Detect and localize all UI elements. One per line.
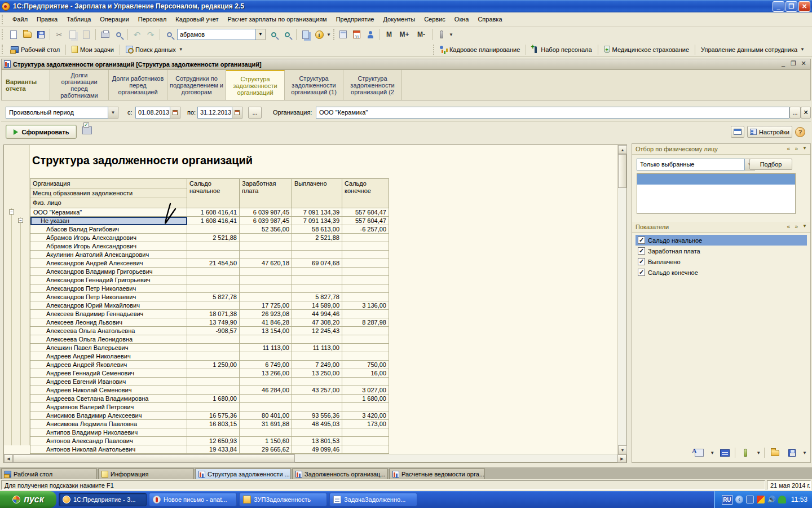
window-tab-0[interactable]: Рабочий стол — [1, 468, 97, 479]
row-name-cell[interactable]: Абрамов Игорь Александрович — [30, 234, 187, 242]
menu-item-11[interactable]: Справка — [473, 14, 506, 24]
row-name-cell[interactable]: Андреев Николай Семенович — [30, 386, 187, 395]
row-name-cell[interactable]: Александров Петр Николаевич — [30, 293, 187, 301]
date-to-field[interactable]: 31.12.2013 — [197, 107, 242, 119]
horizontal-scroll-thumb[interactable] — [13, 454, 295, 463]
font-format-button[interactable] — [693, 446, 705, 459]
table-row[interactable]: Андреев Николай Семенович46 284,0043 257… — [30, 386, 389, 395]
scroll-left-button[interactable]: ◀ — [4, 454, 13, 463]
report-close-button[interactable]: ✕ — [799, 60, 808, 68]
scroll-up-button[interactable]: ▲ — [618, 145, 627, 154]
desktop-panel-button[interactable]: Рабочий стол — [7, 43, 64, 56]
panel-collapse-left-icon[interactable]: « — [787, 146, 790, 152]
menu-item-4[interactable]: Персонал — [134, 14, 171, 24]
print-with-check-icon[interactable] — [82, 126, 92, 134]
search-input[interactable]: абрамов — [177, 29, 256, 40]
date-to-calendar-button[interactable] — [232, 107, 242, 119]
open-button[interactable] — [21, 28, 33, 41]
scroll-down-button[interactable]: ▼ — [618, 445, 627, 454]
table-row[interactable]: Абрамов Игорь Александрович2 521,882 521… — [30, 234, 389, 242]
row-name-cell[interactable]: Александров Юрий Михайлович — [30, 301, 187, 310]
table-row[interactable]: Александров Геннадий Григорьевич — [30, 276, 389, 284]
person-filter-value[interactable]: Только выбранные — [637, 159, 745, 170]
table-view-button[interactable] — [731, 126, 744, 138]
report-tab-0[interactable]: Долги организации перед работниками — [50, 70, 109, 100]
restore-button[interactable]: ❐ — [785, 1, 797, 12]
taskbar-task-1[interactable]: Новое письмо - anat... — [149, 493, 237, 506]
minimize-button[interactable]: _ — [773, 1, 784, 12]
row-name-cell[interactable]: Абасов Валид Рагибович — [30, 225, 187, 234]
table-row[interactable]: Александров Владимир Григорьевич — [30, 268, 389, 276]
row-name-cell[interactable]: Алексеева Ольга Анатольевна — [30, 327, 187, 335]
row-name-cell[interactable]: Антонов Николай Анатольевич — [30, 445, 187, 454]
cut-button[interactable]: ✂ — [53, 28, 65, 41]
row-name-cell[interactable]: Акулинин Анатолий Александрович — [30, 251, 187, 259]
table-row[interactable]: Андреева Светлана Владимировна1 680,001 … — [30, 395, 389, 403]
my-tasks-button[interactable]: Мои задачи — [68, 43, 118, 56]
table-row[interactable]: Не указан1 608 416,416 039 987,457 091 1… — [30, 217, 389, 225]
undo-button[interactable]: ↶ — [131, 28, 143, 41]
indicator-item-1[interactable]: ✓Заработная плата — [632, 246, 810, 256]
row-name-cell[interactable]: Александров Андрей Алексеевич — [30, 259, 187, 268]
row-name-cell[interactable]: Андреев Андрей Николаевич — [30, 352, 187, 361]
info-button[interactable]: i — [313, 28, 325, 41]
info-dropdown-arrow[interactable]: ▼ — [326, 32, 331, 37]
panel-settings-dropdown-arrow[interactable]: ▼ — [756, 450, 761, 456]
row-name-cell[interactable]: Абрамов Игорь Александрович — [30, 242, 187, 251]
help-button[interactable]: ? — [795, 127, 805, 137]
table-row[interactable]: Андриянов Валерий Петрович — [30, 403, 389, 411]
checkbox-icon[interactable]: ✓ — [638, 258, 645, 265]
menu-item-3[interactable]: Операции — [95, 14, 133, 24]
row-name-cell[interactable]: Александров Владимир Григорьевич — [30, 268, 187, 276]
report-tab-1[interactable]: Долги работников перед организацией — [109, 70, 167, 100]
row-name-cell[interactable]: Алексеева Ольга Леонидовна — [30, 335, 187, 344]
report-tab-3[interactable]: Структура задолженности организаций — [226, 70, 285, 100]
medical-insurance-button[interactable]: + Медицинское страхование — [600, 43, 693, 56]
clock[interactable]: 11:53 — [791, 496, 807, 503]
row-name-cell[interactable]: Алексеев Леонид Львович — [30, 318, 187, 327]
row-name-cell[interactable]: Андреев Андрей Яковлевич — [30, 361, 187, 369]
settings-button[interactable]: Настройки — [747, 126, 792, 138]
row-name-cell[interactable]: Андреев Геннадий Семенович — [30, 369, 187, 378]
report-tab-2[interactable]: Сотрудники по подразделением и договорам — [167, 70, 226, 100]
row-name-cell[interactable]: Не указан — [30, 217, 187, 225]
table-row[interactable]: Антипов Владимир Николаевич — [30, 428, 389, 437]
indicator-item-0[interactable]: ✓Сальдо начальное — [636, 235, 807, 246]
save-button[interactable] — [34, 28, 47, 41]
window-tab-1[interactable]: Информация — [98, 468, 194, 479]
menu-item-7[interactable]: Предприятие — [332, 14, 379, 24]
panel-collapse-down-icon[interactable]: ▼ — [802, 146, 807, 151]
panel-collapse-down-icon[interactable]: ▼ — [802, 224, 807, 229]
search-dropdown-button[interactable]: ▼ — [256, 29, 266, 40]
table-row[interactable]: Андреев Андрей Яковлевич1 250,006 749,00… — [30, 361, 389, 369]
menu-item-0[interactable]: Файл — [8, 14, 32, 24]
collapse-group-button[interactable]: − — [9, 209, 14, 214]
print-button[interactable] — [99, 28, 111, 41]
row-name-cell[interactable]: Анисимова Людмила Павловна — [30, 420, 187, 428]
checkbox-icon[interactable]: ✓ — [638, 247, 645, 255]
report-minimize-button[interactable]: _ — [779, 60, 788, 68]
row-name-cell[interactable]: Антипов Владимир Николаевич — [30, 428, 187, 437]
panel-collapse-left-icon[interactable]: « — [787, 224, 790, 230]
checkbox-icon[interactable]: ✓ — [638, 269, 645, 276]
copy-button[interactable] — [67, 28, 79, 41]
row-name-cell[interactable]: Александров Геннадий Григорьевич — [30, 276, 187, 284]
person-filter-combobox[interactable]: Только выбранные ▼ — [637, 159, 755, 170]
table-row[interactable]: Алексеев Владимир Геннадьевич18 071,3826… — [30, 310, 389, 318]
calculator-button[interactable] — [337, 28, 350, 41]
period-type-combobox[interactable]: Произвольный период ▼ — [6, 107, 118, 119]
table-row[interactable]: Александров Андрей Алексеевич21 454,5047… — [30, 259, 389, 268]
new-document-button[interactable] — [7, 28, 20, 41]
report-restore-button[interactable]: ❐ — [789, 60, 798, 68]
date-from-calendar-button[interactable] — [170, 107, 180, 119]
font-format-dropdown-arrow[interactable]: ▼ — [710, 450, 714, 456]
open-settings-button[interactable] — [769, 446, 781, 459]
menu-item-10[interactable]: Окна — [450, 14, 474, 24]
row-name-cell[interactable]: Андреева Светлана Владимировна — [30, 395, 187, 403]
indicator-item-2[interactable]: ✓Выплачено — [632, 256, 810, 267]
vertical-scrollbar[interactable]: ▲ ▼ — [617, 145, 626, 454]
table-row[interactable]: Акулинин Анатолий Александрович — [30, 251, 389, 259]
hidden-icons-button[interactable]: ‹ — [735, 496, 743, 503]
search-button[interactable] — [163, 28, 175, 41]
taskbar-task-2[interactable]: ЗУПЗадолженность — [239, 493, 327, 506]
